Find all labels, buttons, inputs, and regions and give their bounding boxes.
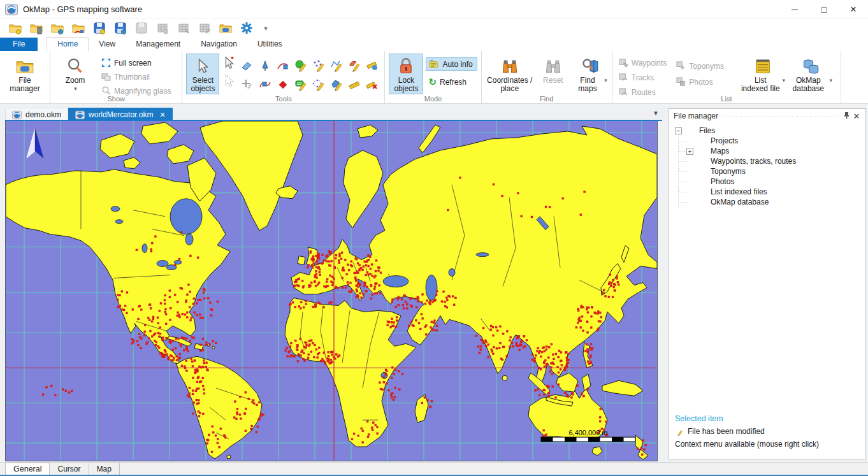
- minimize-button[interactable]: ─: [780, 0, 809, 19]
- panel-close-icon[interactable]: ✕: [851, 112, 862, 121]
- reset-binoculars-icon: [544, 56, 562, 76]
- collapse-expander-icon[interactable]: −: [675, 127, 682, 134]
- okmap-database-dropdown-icon: ▾: [830, 76, 833, 85]
- map-viewport[interactable]: 6,400,000 m: [5, 121, 658, 461]
- tracks-list-icon: [619, 73, 628, 82]
- doc-icon: [12, 110, 22, 120]
- tree-item-waypoints-tracks-routes[interactable]: Waypoints, tracks, routes: [669, 156, 865, 166]
- status-tab-map[interactable]: Map: [89, 463, 120, 476]
- add-select-cursor-icon[interactable]: [222, 56, 236, 70]
- tab-navigation[interactable]: Navigation: [191, 38, 247, 51]
- maximize-button[interactable]: □: [809, 0, 839, 19]
- modified-pencil-icon: [675, 428, 683, 436]
- lock-objects-button[interactable]: Lock objects: [389, 54, 423, 94]
- doc-icon: [75, 110, 85, 120]
- tab-utilities[interactable]: Utilities: [247, 38, 293, 51]
- status-tab-general[interactable]: General: [5, 463, 50, 476]
- save-web-map-icon[interactable]: [113, 20, 128, 36]
- group-label-find: Find: [482, 95, 612, 103]
- open-track-file-icon[interactable]: [71, 20, 86, 36]
- photos-list-button: Photos: [674, 75, 728, 89]
- find-maps-button[interactable]: Find maps▾: [572, 54, 608, 94]
- save-project-icon[interactable]: [92, 20, 107, 36]
- doc-tab-close-icon[interactable]: ✕: [159, 111, 165, 119]
- doc-tab-worldmercator[interactable]: worldMercator.okm ✕: [68, 108, 173, 121]
- scale-label: 6,400,000 m: [568, 429, 607, 436]
- thumbnail-button: Thumbnail: [99, 70, 175, 83]
- select-objects-button[interactable]: Select objects: [186, 54, 219, 94]
- list-indexed-file-icon: [753, 56, 772, 76]
- select-cursor-icon: [194, 56, 211, 76]
- okmap-database-icon: [801, 56, 820, 76]
- route-edit-tool-icon[interactable]: [274, 56, 291, 75]
- header-dotted-leader: [723, 115, 836, 118]
- group-show: Zoom ▾ Full screen Thumbnail Magnifying …: [50, 51, 182, 103]
- full-screen-button[interactable]: Full screen: [99, 56, 175, 69]
- status-tab-cursor[interactable]: Cursor: [50, 463, 89, 476]
- group-mode: Lock objects Auto info ↻ Refresh Mode: [384, 51, 481, 103]
- group-label-tools: Tools: [182, 95, 384, 103]
- draw-ellipse-tool-icon[interactable]: [310, 75, 327, 94]
- measure-area-tool-icon[interactable]: [363, 56, 380, 75]
- tree-item-toponyms[interactable]: Toponyms: [669, 166, 865, 177]
- file-manager-folder-icon: [15, 56, 34, 76]
- tree-item-maps[interactable]: +Maps: [669, 146, 865, 156]
- qat-overflow-icon[interactable]: ▾: [260, 24, 271, 32]
- tab-management[interactable]: Management: [126, 38, 191, 51]
- window-title: OkMap - GPS mapping software: [23, 4, 142, 14]
- draw-points-tool-icon[interactable]: [310, 56, 327, 75]
- draw-rectangle-tool-icon[interactable]: [292, 75, 309, 94]
- tree-item-photos[interactable]: Photos: [669, 177, 865, 187]
- measure-ruler-tool-icon[interactable]: [345, 75, 363, 94]
- tab-home[interactable]: Home: [47, 37, 89, 51]
- toponyms-list-button: Toponyms: [674, 59, 728, 73]
- tree-item-projects[interactable]: Projects: [669, 136, 865, 146]
- group-label-list: List: [612, 95, 841, 103]
- rubber-band-select-icon[interactable]: [222, 74, 236, 88]
- file-manager-button[interactable]: File manager: [4, 54, 46, 94]
- tab-view[interactable]: View: [89, 38, 126, 51]
- open-from-server-icon[interactable]: [29, 20, 44, 36]
- doc-tab-list-dropdown-icon[interactable]: ▼: [653, 110, 659, 117]
- draw-diamond-tool-icon[interactable]: [274, 75, 291, 94]
- coordinates-place-button[interactable]: Coordinates / place: [486, 54, 534, 94]
- group-label-mode: Mode: [385, 95, 481, 103]
- waypoint-tool-icon[interactable]: [256, 56, 273, 75]
- tree-item-okmap-database[interactable]: OkMap database: [669, 197, 865, 207]
- open-web-map-icon[interactable]: [50, 20, 65, 36]
- tree-item-files[interactable]: −Files: [669, 126, 865, 136]
- list-indexed-file-button[interactable]: List indexed file▾: [740, 54, 786, 94]
- open-project-icon[interactable]: [8, 20, 23, 36]
- refresh-button[interactable]: ↻ Refresh: [426, 75, 477, 89]
- okmap-database-button[interactable]: OkMap database▾: [788, 54, 833, 94]
- coordinates-binoculars-icon: [501, 56, 519, 76]
- draw-arc-tool-icon[interactable]: [345, 56, 363, 75]
- settings-gear-icon[interactable]: [239, 20, 254, 36]
- file-folder-icon[interactable]: [218, 20, 233, 36]
- tree-item-list-indexed-files[interactable]: List indexed files: [669, 187, 865, 197]
- move-crosshair-tool-icon: [238, 75, 256, 94]
- eraser-tool-icon[interactable]: [238, 56, 256, 75]
- world-mercator-map[interactable]: 6,400,000 m: [6, 121, 657, 460]
- zoom-button[interactable]: Zoom ▾: [54, 54, 96, 94]
- tab-file[interactable]: File: [0, 38, 38, 51]
- doc-tab-demo[interactable]: demo.okm: [5, 108, 68, 121]
- expand-expander-icon[interactable]: +: [686, 148, 693, 155]
- measure-delete-tool-icon[interactable]: [363, 75, 380, 94]
- selected-item-info: Selected item File has been modified Con…: [675, 414, 859, 452]
- okmap-logo-icon: [5, 3, 18, 16]
- group-label-show: Show: [50, 95, 182, 103]
- magnifying-glass-icon: [101, 86, 111, 96]
- pin-icon[interactable]: [841, 112, 851, 121]
- track-edit-tool-icon[interactable]: [256, 75, 273, 94]
- close-button[interactable]: ×: [839, 0, 868, 19]
- auto-info-button[interactable]: Auto info: [426, 57, 477, 71]
- draw-circle-tool-icon[interactable]: [292, 56, 309, 75]
- draw-shape-tool-icon[interactable]: [328, 75, 345, 94]
- ribbon-tab-strip: File Home View Management Navigation Uti…: [0, 37, 868, 51]
- file-manager-panel-header: File manager ✕: [669, 109, 865, 123]
- quick-access-toolbar: ▾: [0, 19, 868, 37]
- reset-button: Reset: [537, 54, 570, 94]
- group-list: Waypoints Tracks Routes Toponyms Photos: [612, 51, 841, 103]
- draw-polyline-tool-icon[interactable]: [328, 56, 345, 75]
